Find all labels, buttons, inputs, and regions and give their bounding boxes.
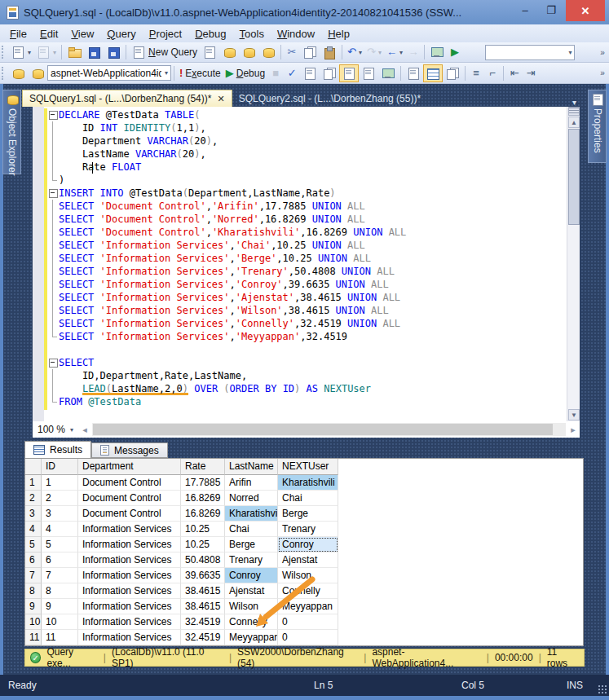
xmla-query-button[interactable]	[258, 43, 278, 61]
new-file-button[interactable]: ▾	[8, 43, 33, 61]
menu-file[interactable]: File	[3, 26, 33, 42]
results-to-grid-button[interactable]	[423, 64, 443, 82]
cell-r9-c4[interactable]: Wilson	[225, 599, 278, 614]
cell-r5-c5[interactable]: Conroy	[278, 537, 338, 553]
row-header-2[interactable]: 2	[25, 491, 42, 506]
properties-tab[interactable]: Properties	[588, 90, 607, 163]
uncomment-button[interactable]: ⌐	[484, 64, 501, 82]
fold-collapse-icon[interactable]	[47, 187, 59, 200]
cell-r3-c1[interactable]: 3	[42, 506, 78, 522]
query-options-button[interactable]	[339, 64, 359, 82]
cell-r2-c1[interactable]: 2	[42, 491, 78, 506]
snippets-button[interactable]	[378, 64, 398, 82]
tab-close-icon[interactable]: ✕	[217, 94, 224, 104]
tab-messages[interactable]: Messages	[91, 442, 168, 458]
add-item-button[interactable]: ▾	[33, 43, 59, 61]
database-combobox-caret-icon[interactable]: ▾	[165, 69, 168, 77]
save-button[interactable]	[84, 43, 104, 61]
cell-r3-c4[interactable]: Kharatishvili	[225, 506, 278, 522]
menu-project[interactable]: Project	[143, 26, 188, 42]
cell-r11-c1[interactable]: 11	[42, 630, 78, 645]
new-query-button[interactable]: New Query	[129, 43, 200, 61]
parse-button[interactable]: ✓	[284, 64, 300, 82]
cell-r6-c3[interactable]: 50.4808	[181, 553, 225, 568]
cell-r10-c1[interactable]: 10	[42, 614, 78, 630]
undo-button[interactable]: ↶▾	[345, 43, 364, 61]
grid-header-lastname[interactable]: LastName	[225, 459, 278, 475]
cell-r9-c3[interactable]: 38.4615	[181, 599, 225, 614]
tab-list-dropdown-icon[interactable]: ▾	[572, 98, 580, 107]
start-button[interactable]: ▶	[447, 43, 463, 61]
cell-r3-c5[interactable]: Berge	[278, 506, 338, 522]
results-to-text-button[interactable]	[404, 64, 423, 82]
minimize-button[interactable]: –	[512, 0, 538, 20]
copy-button[interactable]	[300, 43, 320, 61]
cell-r1-c3[interactable]: 17.7885	[181, 475, 225, 491]
cell-r6-c5[interactable]: Ajenstat	[278, 553, 338, 568]
menu-query[interactable]: Query	[100, 26, 142, 42]
outdent-button[interactable]: ⇤	[506, 64, 523, 82]
cell-r7-c4[interactable]: Conroy	[225, 568, 278, 583]
execute-button[interactable]: !Execute	[177, 64, 223, 82]
vertical-scroll-thumb[interactable]	[568, 129, 580, 225]
toolbar-grip[interactable]	[2, 67, 6, 80]
cell-r2-c3[interactable]: 16.8269	[181, 491, 225, 506]
tab-sqlquery2[interactable]: SQLQuery2.sql - (L...\DorbenZhang (55))*	[232, 90, 427, 107]
toolbar-overflow-button[interactable]: »	[598, 69, 607, 77]
cell-r11-c5[interactable]: 0	[278, 630, 338, 645]
zoom-control[interactable]: 100 % ▾	[33, 424, 78, 435]
cell-r7-c1[interactable]: 7	[42, 568, 78, 583]
cell-r6-c2[interactable]: Information Services	[78, 553, 181, 568]
tab-results[interactable]: Results	[24, 441, 91, 458]
cell-r7-c2[interactable]: Information Services	[78, 568, 181, 583]
cell-r4-c2[interactable]: Information Services	[78, 522, 181, 537]
cell-r10-c2[interactable]: Information Services	[78, 614, 181, 630]
horizontal-scroll-thumb[interactable]	[93, 424, 553, 435]
cell-r10-c4[interactable]: Connelly	[225, 614, 278, 630]
zoom-dropdown-icon[interactable]: ▾	[70, 426, 73, 434]
toolbar-overflow-button[interactable]: »	[598, 49, 607, 56]
cell-r7-c5[interactable]: Wilson	[278, 568, 338, 583]
grid-header-department[interactable]: Department	[78, 459, 181, 475]
debug-button[interactable]: ▶Debug	[223, 64, 267, 82]
maximize-button[interactable]: ❐	[538, 0, 564, 20]
cell-r1-c5[interactable]: Kharatishvili	[278, 475, 338, 491]
menu-tools[interactable]: Tools	[233, 26, 271, 42]
cell-r8-c3[interactable]: 38.4615	[181, 583, 225, 599]
grid-header-rate[interactable]: Rate	[181, 459, 225, 475]
cell-r5-c4[interactable]: Berge	[225, 537, 278, 553]
navigate-forward-button[interactable]: →	[405, 43, 421, 61]
row-header-10[interactable]: 10	[25, 614, 42, 630]
fold-collapse-icon[interactable]	[47, 356, 59, 369]
row-header-9[interactable]: 9	[25, 599, 42, 614]
cell-r9-c1[interactable]: 9	[42, 599, 78, 614]
cell-r8-c5[interactable]: Connelly	[278, 583, 338, 599]
cell-r1-c1[interactable]: 1	[42, 475, 78, 491]
row-header-4[interactable]: 4	[25, 522, 42, 537]
dropdown-caret-icon[interactable]: ▾	[53, 49, 56, 56]
menu-edit[interactable]: Edit	[33, 26, 64, 42]
results-to-file-button[interactable]	[443, 64, 462, 82]
scroll-down-icon[interactable]: ▼	[568, 409, 580, 420]
editor-vertical-scrollbar[interactable]: ▲ ▼	[567, 107, 580, 421]
database-query-button[interactable]	[200, 43, 219, 61]
menu-debug[interactable]: Debug	[188, 26, 232, 42]
cell-r9-c5[interactable]: Meyyappan	[278, 599, 338, 614]
menu-help[interactable]: Help	[321, 26, 356, 42]
cell-r4-c3[interactable]: 10.25	[181, 522, 225, 537]
save-all-button[interactable]	[104, 43, 123, 61]
cell-r4-c5[interactable]: Trenary	[278, 522, 338, 537]
cell-r5-c2[interactable]: Information Services	[78, 537, 181, 553]
dmx-query-button[interactable]	[239, 43, 258, 61]
mdx-query-button[interactable]	[219, 43, 239, 61]
database-combobox[interactable]: aspnet-WebApplication4ide▾	[47, 65, 171, 81]
navigate-backward-button[interactable]: ←▾	[384, 43, 405, 61]
cell-r1-c2[interactable]: Document Control	[78, 475, 181, 491]
sql-editor-surface[interactable]: DECLARE @TestData TABLE( ID INT IDENTITY…	[33, 107, 580, 421]
cell-r10-c3[interactable]: 32.4519	[181, 614, 225, 630]
dropdown-caret-icon[interactable]: ▾	[378, 49, 382, 56]
cell-r10-c5[interactable]: 0	[278, 614, 338, 630]
row-header-8[interactable]: 8	[25, 583, 42, 599]
close-button[interactable]: ✕	[566, 0, 605, 21]
scroll-right-icon[interactable]: ▸	[567, 423, 580, 436]
